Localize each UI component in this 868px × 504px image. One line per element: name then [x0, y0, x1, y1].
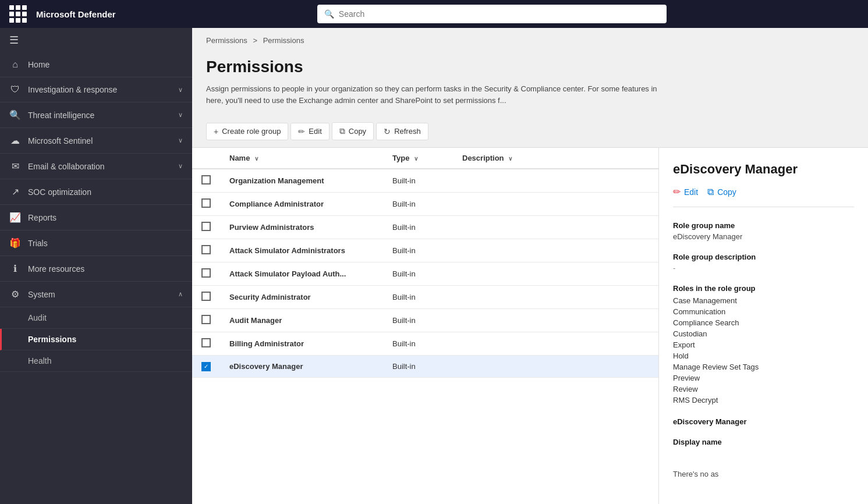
sidebar-item-soc[interactable]: ↗ SOC optimization	[0, 179, 192, 205]
edit-icon: ✏	[298, 127, 305, 136]
chevron-down-icon: ∨	[178, 86, 183, 94]
role-list-item: Export	[673, 339, 854, 350]
table-row[interactable]: Audit Manager Built-in	[192, 309, 658, 332]
chevron-down-icon: ∨	[178, 162, 183, 170]
threat-icon: 🔍	[9, 109, 21, 120]
app-grid-menu[interactable]	[9, 5, 27, 23]
page-header: Permissions Assign permissions to people…	[192, 53, 868, 115]
row-checkbox[interactable]	[201, 315, 211, 324]
footer-text: There's no as	[673, 470, 718, 478]
sidebar-collapse-button[interactable]: ☰	[0, 28, 192, 52]
table-row[interactable]: Attack Simulator Administrators Built-in	[192, 239, 658, 262]
sidebar-item-audit[interactable]: Audit	[0, 307, 192, 329]
copy-icon: ⧉	[707, 187, 714, 197]
breadcrumb: Permissions > Permissions	[192, 28, 868, 53]
row-checkbox[interactable]	[201, 175, 211, 184]
sidebar-item-more[interactable]: ℹ More resources	[0, 256, 192, 282]
sidebar-item-health[interactable]: Health	[0, 350, 192, 372]
detail-edit-button[interactable]: ✏ Edit	[673, 186, 698, 197]
sidebar-item-home[interactable]: ⌂ Home	[0, 52, 192, 77]
breadcrumb-item-1[interactable]: Permissions	[206, 36, 247, 45]
row-description	[453, 169, 658, 193]
detail-role-group-name-section: Role group name eDiscovery Manager	[673, 221, 854, 241]
sidebar: ☰ ⌂ Home 🛡 Investigation & response ∨ 🔍 …	[0, 28, 192, 504]
detail-footer: There's no as	[673, 458, 854, 478]
permissions-table-area: Name ∨ Type ∨ Description ∨	[192, 148, 658, 504]
row-description	[453, 356, 658, 378]
sidebar-item-label: SOC optimization	[28, 187, 183, 197]
row-checkbox[interactable]	[201, 198, 211, 208]
search-bar[interactable]: 🔍	[317, 5, 667, 23]
sidebar-item-investigation[interactable]: 🛡 Investigation & response ∨	[0, 77, 192, 102]
row-name: Compliance Administrator	[229, 200, 324, 208]
copy-button[interactable]: ⧉ Copy	[332, 122, 374, 140]
sidebar-item-label: Home	[28, 60, 183, 69]
content-main: Name ∨ Type ∨ Description ∨	[192, 148, 868, 504]
detail-copy-button[interactable]: ⧉ Copy	[707, 186, 736, 197]
refresh-icon: ↻	[384, 127, 391, 136]
roles-list: Case ManagementCommunicationCompliance S…	[673, 295, 854, 406]
sidebar-item-label: Email & collaboration	[28, 162, 171, 171]
col-header-type[interactable]: Type ∨	[383, 148, 453, 169]
role-group-name-label: Role group name	[673, 221, 854, 230]
sidebar-item-email[interactable]: ✉ Email & collaboration ∨	[0, 154, 192, 179]
content-area: Permissions > Permissions Permissions As…	[192, 28, 868, 504]
table-row[interactable]: Compliance Administrator Built-in	[192, 193, 658, 216]
chevron-down-icon: ∨	[178, 137, 183, 144]
sort-icon: ∨	[254, 155, 258, 162]
row-name: Purview Administrators	[229, 223, 314, 232]
row-checkbox[interactable]: ✓	[201, 362, 211, 371]
soc-icon: ↗	[9, 186, 21, 197]
roles-label: Roles in the role group	[673, 284, 854, 293]
edit-button[interactable]: ✏ Edit	[290, 123, 329, 140]
plus-icon: +	[214, 127, 218, 136]
sidebar-item-threat[interactable]: 🔍 Threat intelligence ∨	[0, 102, 192, 128]
role-list-item: Compliance Search	[673, 317, 854, 328]
sidebar-item-label: Microsoft Sentinel	[28, 136, 171, 145]
role-list-item: Preview	[673, 372, 854, 384]
sidebar-item-system[interactable]: ⚙ System ∧	[0, 282, 192, 307]
row-checkbox[interactable]	[201, 268, 211, 278]
table-row[interactable]: Billing Administrator Built-in	[192, 332, 658, 356]
row-type: Built-in	[383, 169, 453, 193]
sidebar-item-sentinel[interactable]: ☁ Microsoft Sentinel ∨	[0, 128, 192, 154]
sidebar-item-reports[interactable]: 📈 Reports	[0, 205, 192, 230]
row-description	[453, 216, 658, 239]
search-input[interactable]	[339, 9, 660, 19]
row-checkbox[interactable]	[201, 292, 211, 301]
detail-role-group-desc-section: Role group description -	[673, 253, 854, 272]
role-list-item: Communication	[673, 306, 854, 317]
row-name: eDiscovery Manager	[229, 362, 303, 371]
detail-ediscovery-manager-section: eDiscovery Manager	[673, 417, 854, 426]
table-row[interactable]: Organization Management Built-in	[192, 169, 658, 193]
row-name: Billing Administrator	[229, 339, 304, 348]
sidebar-item-trials[interactable]: 🎁 Trials	[0, 230, 192, 256]
col-header-name[interactable]: Name ∨	[220, 148, 383, 169]
sidebar-item-permissions[interactable]: Permissions	[0, 329, 192, 350]
row-checkbox[interactable]	[201, 245, 211, 254]
sort-icon: ∨	[414, 155, 418, 162]
table-row[interactable]: Purview Administrators Built-in	[192, 216, 658, 239]
row-type: Built-in	[383, 286, 453, 309]
breadcrumb-item-2[interactable]: Permissions	[263, 36, 304, 45]
sidebar-item-label: Investigation & response	[28, 85, 171, 94]
sidebar-item-label: Trials	[28, 239, 183, 248]
page-description: Assign permissions to people in your org…	[206, 83, 660, 106]
copy-icon: ⧉	[339, 126, 345, 136]
row-checkbox[interactable]	[201, 338, 211, 347]
table-row[interactable]: ✓ eDiscovery Manager Built-in	[192, 356, 658, 378]
row-checkbox[interactable]	[201, 222, 211, 231]
table-row[interactable]: Security Administrator Built-in	[192, 286, 658, 309]
cloud-icon: ☁	[9, 135, 21, 146]
reports-icon: 📈	[9, 212, 21, 223]
create-role-group-button[interactable]: + Create role group	[206, 123, 288, 140]
refresh-button[interactable]: ↻ Refresh	[376, 123, 428, 140]
breadcrumb-separator: >	[253, 36, 259, 45]
sidebar-item-label: Threat intelligence	[28, 111, 171, 120]
row-description	[453, 309, 658, 332]
sidebar-sub-label: Permissions	[28, 335, 76, 344]
col-header-description[interactable]: Description ∨	[453, 148, 658, 169]
sidebar-sub-label: Audit	[28, 313, 47, 322]
row-type: Built-in	[383, 239, 453, 262]
table-row[interactable]: Attack Simulator Payload Auth... Built-i…	[192, 262, 658, 286]
